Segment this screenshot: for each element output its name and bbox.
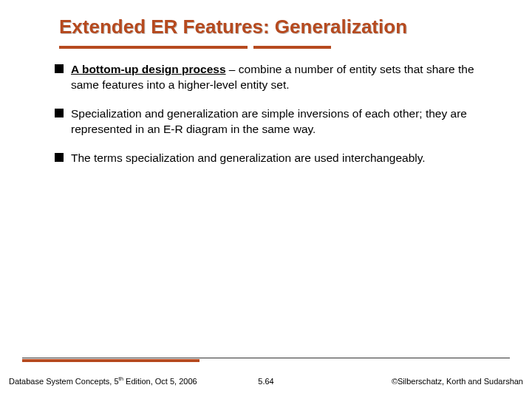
bullet-item: Specialization and generalization are si… — [71, 106, 495, 137]
footer-left-suffix: Edition, Oct 5, 2006 — [123, 377, 197, 386]
footer-left-prefix: Database System Concepts, 5 — [9, 377, 119, 386]
content-area: A bottom-up design process – combine a n… — [0, 49, 532, 166]
footer-thin-line — [22, 358, 510, 358]
footer-left: Database System Concepts, 5th Edition, O… — [9, 375, 197, 386]
title-area: Extended ER Features: Generalization — [0, 0, 532, 49]
footer-center: 5.64 — [258, 377, 273, 386]
bullet-emphasis: A bottom-up design process — [71, 63, 226, 75]
bullet-item: The terms specialization and generalizat… — [71, 151, 495, 166]
underline-segment-1 — [59, 46, 248, 49]
slide-title: Extended ER Features: Generalization — [59, 16, 510, 38]
bullet-item: A bottom-up design process – combine a n… — [71, 62, 495, 93]
footer-thick-line — [22, 359, 200, 362]
title-underline — [59, 46, 510, 49]
bullet-text: The terms specialization and generalizat… — [71, 151, 426, 164]
bullet-text: Specialization and generalization are si… — [71, 107, 467, 135]
underline-segment-2 — [253, 46, 331, 49]
slide: Extended ER Features: Generalization A b… — [0, 0, 532, 399]
footer-right: ©Silberschatz, Korth and Sudarshan — [392, 377, 523, 386]
